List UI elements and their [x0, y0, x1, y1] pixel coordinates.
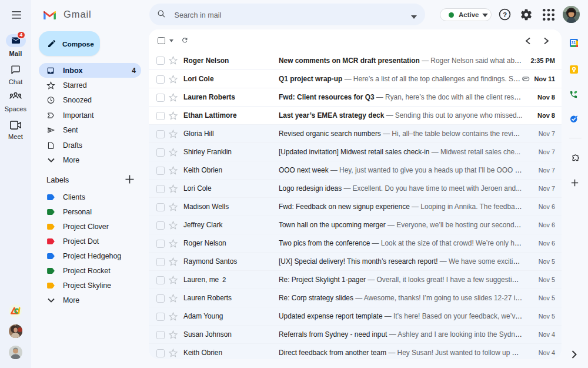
svg-text:31: 31 — [571, 41, 576, 45]
svg-text:?: ? — [503, 11, 507, 19]
